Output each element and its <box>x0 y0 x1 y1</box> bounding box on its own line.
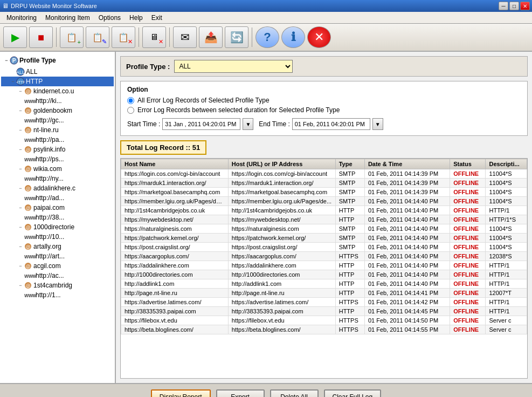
http-toggle[interactable]: − <box>10 79 16 84</box>
table-row[interactable]: http://1000directories.com http://1000di… <box>121 270 527 279</box>
menu-monitoring-item[interactable]: Monitoring Item <box>41 13 94 22</box>
profile-type-select[interactable]: ALL HTTP HTTPS SMTP FTP <box>174 60 293 73</box>
addalinkhere-toggle[interactable]: − <box>17 186 24 191</box>
sidebar-item-acgil-url[interactable]: www http://ac... <box>1 271 114 280</box>
psylink-toggle[interactable]: − <box>17 147 24 152</box>
maximize-button[interactable]: □ <box>509 2 519 10</box>
table-row[interactable]: https://advertise.latimes.com/ https://a… <box>121 298 527 307</box>
radio-all-errors[interactable] <box>127 97 134 104</box>
acgil-url-icon: www <box>26 271 34 280</box>
sidebar-item-addalinkhere[interactable]: − @ addalinkhere.c <box>1 183 114 193</box>
paipai-toggle[interactable]: − <box>17 205 24 210</box>
sidebar-item-goldenbook-url[interactable]: www http://gc... <box>1 115 114 125</box>
cell-datetime: 01 Feb, 2011 04:14:39 PM <box>364 169 450 179</box>
table-row[interactable]: https://marketgoal.basecamphq.com https:… <box>121 188 527 197</box>
all-icon: ALL <box>16 67 25 76</box>
end-time-calendar-btn[interactable]: ▼ <box>372 118 383 130</box>
sidebar-item-1stcambridge-url[interactable]: www http://1... <box>1 290 114 300</box>
close-app-button[interactable]: ✕ <box>307 26 331 48</box>
menu-monitoring[interactable]: Monitoring <box>2 13 41 22</box>
table-row[interactable]: https://filebox.vt.edu https://filebox.v… <box>121 316 527 325</box>
cell-desc: Server c <box>486 325 527 334</box>
sidebar-item-kindernet[interactable]: − @ kindernet.co.u <box>1 86 114 96</box>
table-row[interactable]: https://beta.bloglines.com/ https://beta… <box>121 325 527 334</box>
table-row[interactable]: http://1st4cambridgejobs.co.uk http://1s… <box>121 206 527 215</box>
sidebar-item-kindernet-url[interactable]: www http://ki... <box>1 96 114 106</box>
menu-options[interactable]: Options <box>94 13 125 22</box>
delete-profile-button[interactable]: 📋✕ <box>112 26 135 48</box>
sidebar-item-psylink[interactable]: − @ psylink.info <box>1 145 114 154</box>
sidebar-item-http[interactable]: − HTTP HTTP <box>1 77 114 86</box>
table-row[interactable]: https://post.craigslist.org/ https://pos… <box>121 243 527 252</box>
sidebar-item-label-all: ALL <box>26 68 37 76</box>
options-box: Option All Error Log Records of Selected… <box>120 81 528 136</box>
sidebar-item-artally[interactable]: − @ artally.org <box>1 242 114 251</box>
acgil-toggle[interactable]: − <box>17 263 24 269</box>
sidebar-item-label-psylink-url: http://ps... <box>36 155 64 163</box>
cell-host: https://addalinkhere.com <box>121 261 229 270</box>
delete-all-button[interactable]: Delete All <box>270 389 319 397</box>
sidebar-item-all[interactable]: − ALL ALL <box>1 67 114 77</box>
sidebar-item-artally-url[interactable]: www http://art... <box>1 251 114 261</box>
table-row[interactable]: https://addalinkhere.com https://addalin… <box>121 261 527 270</box>
menu-help[interactable]: Help <box>125 13 147 22</box>
table-row[interactable]: https://member.lgiu.org.uk/Pages/defa...… <box>121 197 527 206</box>
start-button[interactable]: ▶ <box>3 26 27 48</box>
start-time-input[interactable] <box>162 118 240 130</box>
refresh-button[interactable]: 🔄 <box>225 26 248 48</box>
sidebar-item-1000dir-url[interactable]: www http://10... <box>1 232 114 242</box>
cell-url: https://naturalginesis.com <box>228 224 335 234</box>
sidebar-item-paipai-url[interactable]: www http://38... <box>1 213 114 222</box>
cell-status: OFFLINE <box>450 188 486 197</box>
table-row[interactable]: https://naturalginesis.com https://natur… <box>121 224 527 234</box>
notification-button[interactable]: ✉ <box>173 26 197 48</box>
delete-monitor-button[interactable]: 🖥✕ <box>142 26 166 48</box>
sidebar-item-ntline-url[interactable]: www http://pa... <box>1 135 114 145</box>
export-button-action[interactable]: Export <box>216 389 265 397</box>
info-button[interactable]: ℹ <box>281 26 305 48</box>
sidebar-item-paipai[interactable]: − @ paipai.com <box>1 203 114 213</box>
sidebar-item-acgil[interactable]: − @ acgil.com <box>1 261 114 271</box>
log-table-container[interactable]: Host Name Host (URL) or IP Address Type … <box>120 158 528 379</box>
clear-full-log-button[interactable]: Clear Full Log <box>324 389 382 397</box>
sidebar-item-goldenbook[interactable]: − @ goldenbookm <box>1 106 114 115</box>
display-report-button[interactable]: Display Report <box>151 389 211 397</box>
table-row[interactable]: http://page.nt-line.ru http://page.nt-li… <box>121 289 527 298</box>
table-row[interactable]: https://mywebdesktop.net/ https://mywebd… <box>121 215 527 224</box>
sidebar-item-psylink-url[interactable]: www http://ps... <box>1 154 114 164</box>
table-row[interactable]: http://38335393.paipai.com http://383353… <box>121 307 527 316</box>
sidebar-item-1000dir[interactable]: − @ 1000directorie <box>1 222 114 232</box>
edit-profile-button[interactable]: 📋✎ <box>86 26 109 48</box>
add-profile-button[interactable]: 📋+ <box>60 26 84 48</box>
table-row[interactable]: https://aacargoplus.com/ https://aacargo… <box>121 252 527 261</box>
export-button[interactable]: 📤 <box>199 26 223 48</box>
sidebar-item-ntline[interactable]: − @ nt-line.ru <box>1 125 114 135</box>
wikia-toggle[interactable]: − <box>17 166 24 172</box>
table-row[interactable]: https://login.cos.com/cgi-bin/account ht… <box>121 169 527 179</box>
goldenbook-toggle[interactable]: − <box>17 108 24 113</box>
1stcambridge-url-icon: www <box>26 291 34 299</box>
artally-toggle[interactable]: − <box>17 244 24 249</box>
sidebar-item-wikia[interactable]: − @ wikia.com <box>1 164 114 174</box>
table-row[interactable]: http://addlink1.com http://addlink1.com … <box>121 279 527 289</box>
menu-exit[interactable]: Exit <box>147 13 167 22</box>
sidebar-item-1stcambridge[interactable]: − @ 1st4cambridg <box>1 280 114 290</box>
table-row[interactable]: https://marduk1.interaction.org/ https:/… <box>121 179 527 188</box>
start-time-calendar-btn[interactable]: ▼ <box>243 118 253 130</box>
stop-button[interactable]: ■ <box>29 26 53 48</box>
app-title: DRPU Website Monitor Software <box>11 3 97 9</box>
radio-duration[interactable] <box>127 107 134 114</box>
table-row[interactable]: https://patchwork.kemel.org/ https://pat… <box>121 234 527 243</box>
root-toggle[interactable]: − <box>3 58 10 63</box>
minimize-button[interactable]: ─ <box>499 2 508 10</box>
1000dir-toggle[interactable]: − <box>17 224 24 230</box>
end-time-input[interactable] <box>292 118 370 130</box>
ntline-toggle[interactable]: − <box>17 127 24 133</box>
sidebar-item-label-wikia: wikia.com <box>33 165 62 173</box>
kindernet-toggle[interactable]: − <box>17 88 24 94</box>
sidebar-item-wikia-url[interactable]: www http://ny... <box>1 174 114 183</box>
close-window-button[interactable]: ✕ <box>520 2 530 10</box>
1stcambridge-toggle[interactable]: − <box>17 283 24 288</box>
help-button[interactable]: ? <box>255 26 279 48</box>
sidebar-item-addalinkhere-url[interactable]: www http://ad... <box>1 193 114 203</box>
